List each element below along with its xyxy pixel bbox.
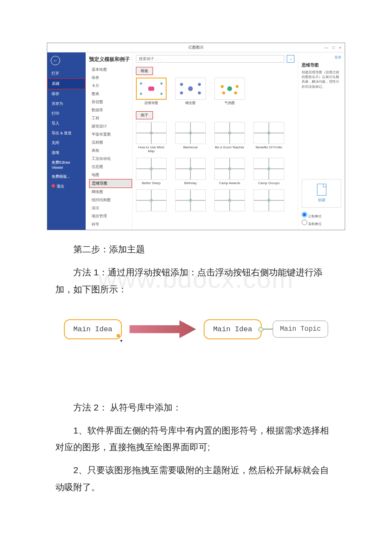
example-card[interactable]: Better Sleep [136, 158, 167, 185]
nav-item[interactable]: 保存 [47, 89, 86, 99]
template-thumb [214, 78, 245, 100]
template-thumb [175, 78, 206, 100]
example-name: How to Use Mind Map [136, 145, 167, 153]
nav-pane: ← 打开新建保存另存为打印导入导出 & 发送关闭选项免费Edraw Viewer… [47, 52, 86, 230]
document-body-2: 方法 2： 从符号库中添加： 1、软件界面左侧的符号库中有内置的图形符号，根据需… [0, 399, 392, 496]
titlebar: 亿图图示 — □ × [47, 43, 345, 52]
close-icon[interactable]: × [339, 46, 341, 50]
template-name: 气泡图 [214, 101, 245, 105]
category-item[interactable]: 项目管理 [89, 212, 132, 220]
category-item[interactable]: 演示 [89, 204, 132, 212]
category-item[interactable]: 思维导图 [89, 179, 132, 188]
category-item[interactable]: 图表 [89, 90, 132, 98]
unit-us-radio[interactable]: 美制单位 [302, 220, 341, 226]
example-name: Camp Groups [254, 181, 284, 185]
nav-item[interactable]: 选项 [47, 148, 86, 158]
main-idea-node-after: Main Idea [204, 319, 262, 339]
maximize-icon[interactable]: □ [332, 46, 334, 50]
method2-heading: 方法 2： 从符号库中添加： [55, 399, 337, 416]
main-topic-node: Main Topic [273, 321, 328, 338]
edraw-window: 亿图图示 — □ × ← 打开新建保存另存为打印导入导出 & 发送关闭选项免费E… [47, 43, 345, 230]
category-item[interactable]: 工程 [89, 114, 132, 122]
example-thumb [254, 158, 284, 180]
category-item[interactable]: 地图 [89, 171, 132, 179]
example-thumb [175, 158, 206, 180]
example-thumb [254, 122, 284, 144]
example-name: Barbecue [175, 145, 206, 150]
template-card[interactable]: 思维导图 [136, 78, 167, 105]
nav-item[interactable]: 另存为 [47, 99, 86, 109]
example-card[interactable]: How to Use Mind Map [136, 122, 167, 153]
nav-item[interactable]: 免费Edraw Viewer [47, 158, 86, 172]
template-thumb [136, 78, 167, 100]
example-thumb [214, 158, 245, 180]
create-box[interactable]: 创建 [302, 179, 341, 208]
category-item[interactable]: 工业自动化 [89, 155, 132, 163]
templates-section-label: 模板 [136, 67, 153, 75]
category-item[interactable]: 基本绘图 [89, 66, 132, 74]
minimize-icon[interactable]: — [324, 46, 328, 50]
nav-item[interactable]: 打印 [47, 109, 86, 119]
nav-item[interactable]: 关闭 [47, 138, 86, 148]
category-item[interactable]: 组织结构图 [89, 196, 132, 204]
login-link[interactable]: 登录 [334, 55, 341, 60]
method2-step2: 2、只要该图形拖拽至需要吸附的主题附近，然后松开鼠标就会自动吸附了。 [55, 462, 337, 496]
method1-text: 方法 1：通过用浮动按钮添加：点击浮动按钮右侧功能键进行添加，如下图所示： [55, 264, 337, 298]
example-card[interactable] [136, 189, 167, 213]
float-handle-icon [117, 334, 123, 340]
back-button[interactable]: ← [51, 56, 60, 65]
example-card[interactable]: Camp Groups [254, 158, 284, 185]
category-item[interactable]: 科学 [89, 220, 132, 228]
example-card[interactable]: Benefits Of Fruits [254, 122, 284, 153]
example-name: Be a Good Teacher [214, 145, 245, 150]
floating-button-diagram: Main Idea Main Idea Main Topic [64, 319, 328, 339]
window-controls: — □ × [324, 46, 341, 50]
example-thumb [175, 122, 206, 144]
category-item[interactable]: 建筑设计 [89, 122, 132, 130]
nav-item[interactable]: 退出 [47, 182, 86, 191]
nav-item[interactable]: 导入 [47, 119, 86, 128]
example-thumb [136, 158, 167, 180]
new-document-icon [317, 184, 326, 196]
example-card[interactable]: Be a Good Teacher [214, 122, 245, 153]
search-input[interactable] [136, 55, 284, 63]
example-card[interactable]: Barbecue [175, 122, 206, 153]
example-name: Camp Awards [214, 181, 245, 185]
example-card[interactable] [175, 189, 206, 213]
template-card[interactable]: 气泡图 [214, 78, 245, 105]
right-pane: 登录 思维导图 创建思维导图（思维过程的图形表示）以展示头脑风暴，解决问题，理性… [298, 52, 345, 230]
search-icon: ⌕ [290, 57, 292, 61]
right-pane-desc: 创建思维导图（思维过程的图形表示）以展示头脑风暴，解决问题，理性分析和决策标记。 [302, 70, 341, 89]
template-pane: ⌕ 模板 思维导图概念图气泡图 例子 How to Use Mind MapBa… [133, 52, 298, 230]
example-name: Better Sleep [136, 181, 167, 185]
category-item[interactable]: 剪切图 [89, 98, 132, 106]
nav-item[interactable]: 打开 [47, 69, 86, 78]
example-card[interactable]: Birthday [175, 158, 206, 185]
category-item[interactable]: 卡片 [89, 82, 132, 90]
category-item[interactable]: 信息图 [89, 163, 132, 171]
category-item[interactable]: 平面布置图 [89, 130, 132, 139]
nav-item[interactable]: 免费模板... [47, 172, 86, 182]
search-button[interactable]: ⌕ [287, 55, 294, 63]
step-heading: 第二步：添加主题 [55, 241, 337, 258]
example-card[interactable] [254, 189, 284, 213]
template-card[interactable]: 概念图 [175, 78, 206, 105]
examples-section-label: 例子 [136, 111, 153, 119]
unit-radio-group: 公制单位 美制单位 [302, 211, 341, 227]
category-item[interactable]: 流程图 [89, 139, 132, 147]
category-title: 预定义模板和例子 [89, 56, 132, 63]
category-item[interactable]: 软件 [89, 228, 132, 230]
nav-item[interactable]: 导出 & 发送 [47, 128, 86, 138]
nav-item[interactable]: 新建 [47, 78, 86, 89]
category-item[interactable]: 商务 [89, 74, 132, 82]
create-label: 创建 [302, 197, 341, 203]
category-item[interactable]: 数据库 [89, 106, 132, 114]
main-idea-node-before: Main Idea [64, 319, 122, 339]
example-card[interactable]: Camp Awards [214, 158, 245, 185]
example-name: Birthday [175, 181, 206, 185]
example-card[interactable] [214, 189, 245, 213]
unit-metric-radio[interactable]: 公制单位 [302, 212, 341, 219]
category-item[interactable]: 表格 [89, 147, 132, 155]
category-item[interactable]: 网络图 [89, 188, 132, 196]
template-name: 思维导图 [136, 101, 167, 105]
